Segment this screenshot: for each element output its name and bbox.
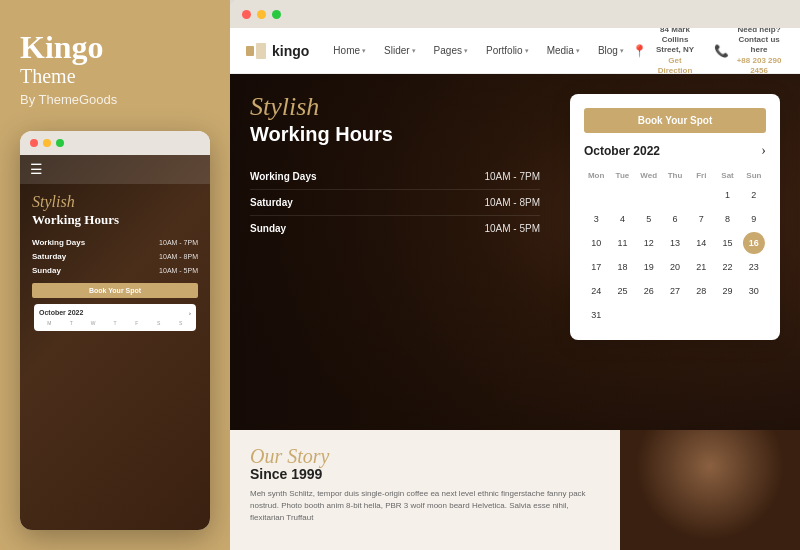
nav-link-portfolio[interactable]: Portfolio ▾ bbox=[478, 41, 537, 60]
nav-link-pages[interactable]: Pages ▾ bbox=[426, 41, 476, 60]
nav-logo: kingo bbox=[246, 43, 309, 59]
nav-address-line2: Get Direction bbox=[652, 56, 698, 77]
chevron-down-icon: ▾ bbox=[464, 47, 468, 55]
cal-day-5[interactable]: 5 bbox=[638, 208, 660, 230]
cal-day-31[interactable]: 31 bbox=[585, 304, 607, 326]
mini-cal-days: M T W T F S S bbox=[39, 320, 191, 326]
cal-header-sat: Sat bbox=[715, 169, 739, 182]
chevron-down-icon: ▾ bbox=[525, 47, 529, 55]
svg-rect-0 bbox=[246, 46, 254, 56]
cal-day-7[interactable]: 7 bbox=[690, 208, 712, 230]
hours-row-working-days: Working Days 10AM - 7PM bbox=[250, 164, 540, 190]
hours-time-sunday: 10AM - 5PM bbox=[484, 223, 540, 234]
mini-cal-day-sun: S bbox=[170, 320, 191, 326]
cal-day-empty bbox=[717, 304, 739, 326]
nav-link-blog[interactable]: Blog ▾ bbox=[590, 41, 632, 60]
mini-content: ☰ Stylish Working Hours Working Days 10A… bbox=[20, 155, 210, 530]
right-panel: kingo Home ▾ Slider ▾ Pages ▾ bbox=[230, 0, 800, 550]
cal-day-23[interactable]: 23 bbox=[743, 256, 765, 278]
cal-day-2[interactable]: 2 bbox=[743, 184, 765, 206]
cal-day-1[interactable]: 1 bbox=[717, 184, 739, 206]
cal-day-17[interactable]: 17 bbox=[585, 256, 607, 278]
nav-address: 📍 84 Mark Collins Street, NY Get Directi… bbox=[632, 28, 698, 76]
cal-header-wed: Wed bbox=[637, 169, 661, 182]
mini-time-1: 10AM - 7PM bbox=[159, 239, 198, 246]
cal-day-28[interactable]: 28 bbox=[690, 280, 712, 302]
nav-link-home[interactable]: Home ▾ bbox=[325, 41, 374, 60]
book-spot-button[interactable]: Book Your Spot bbox=[584, 108, 766, 133]
main-browser-bar bbox=[230, 0, 800, 28]
cal-day-empty bbox=[664, 184, 686, 206]
location-icon: 📍 bbox=[632, 44, 647, 58]
cal-day-4[interactable]: 4 bbox=[611, 208, 633, 230]
mini-time-3: 10AM - 5PM bbox=[159, 267, 198, 274]
hours-label-working-days: Working Days bbox=[250, 171, 317, 182]
cal-day-8[interactable]: 8 bbox=[717, 208, 739, 230]
cal-day-13[interactable]: 13 bbox=[664, 232, 686, 254]
nav-phone-line2: +88 203 290 2456 bbox=[734, 56, 784, 77]
cal-day-16-today[interactable]: 16 bbox=[743, 232, 765, 254]
nav-link-media[interactable]: Media ▾ bbox=[539, 41, 588, 60]
nav-link-media-label: Media bbox=[547, 45, 574, 56]
cal-day-11[interactable]: 11 bbox=[611, 232, 633, 254]
cal-day-20[interactable]: 20 bbox=[664, 256, 686, 278]
mini-hours-row-2: Saturday 10AM - 8PM bbox=[32, 252, 198, 261]
cal-day-6[interactable]: 6 bbox=[664, 208, 686, 230]
mini-stylish-text: Stylish bbox=[32, 194, 198, 210]
nav-phone-line1: Need help? Contact us here bbox=[734, 28, 784, 56]
mini-dot-red bbox=[30, 139, 38, 147]
nav-link-pages-label: Pages bbox=[434, 45, 462, 56]
mini-time-2: 10AM - 8PM bbox=[159, 253, 198, 260]
cal-day-19[interactable]: 19 bbox=[638, 256, 660, 278]
calendar-header: October 2022 › bbox=[584, 143, 766, 159]
calendar-popup: Book Your Spot October 2022 › Mon Tue We… bbox=[570, 94, 780, 340]
main-browser: kingo Home ▾ Slider ▾ Pages ▾ bbox=[230, 0, 800, 550]
cal-day-15[interactable]: 15 bbox=[717, 232, 739, 254]
cal-day-21[interactable]: 21 bbox=[690, 256, 712, 278]
logo-icon bbox=[246, 43, 266, 59]
hamburger-icon[interactable]: ☰ bbox=[30, 161, 43, 178]
cal-day-empty bbox=[690, 304, 712, 326]
mini-cal-day-fri: F bbox=[126, 320, 147, 326]
cal-header-mon: Mon bbox=[584, 169, 608, 182]
nav-phone-text: Need help? Contact us here +88 203 290 2… bbox=[734, 28, 784, 76]
cal-day-18[interactable]: 18 bbox=[611, 256, 633, 278]
brand-by: By ThemeGoods bbox=[20, 92, 210, 107]
hours-row-sunday: Sunday 10AM - 5PM bbox=[250, 216, 540, 241]
nav-link-slider[interactable]: Slider ▾ bbox=[376, 41, 424, 60]
mini-cal-day-wed: W bbox=[83, 320, 104, 326]
cal-day-26[interactable]: 26 bbox=[638, 280, 660, 302]
brand-subtitle: Theme bbox=[20, 65, 210, 88]
mini-working-hours-title: Working Hours bbox=[32, 212, 198, 228]
mini-dot-yellow bbox=[43, 139, 51, 147]
chevron-down-icon: ▾ bbox=[412, 47, 416, 55]
mini-cal-day-mon: M bbox=[39, 320, 60, 326]
cal-day-empty bbox=[638, 184, 660, 206]
hero-content: Stylish Working Hours Working Days 10AM … bbox=[230, 74, 800, 360]
mini-book-btn[interactable]: Book Your Spot bbox=[32, 283, 198, 298]
cal-day-25[interactable]: 25 bbox=[611, 280, 633, 302]
bottom-section: Our Story Since 1999 Meh synth Schlitz, … bbox=[230, 430, 800, 550]
brand-name: Kingo bbox=[20, 30, 210, 65]
chevron-down-icon: ▾ bbox=[362, 47, 366, 55]
cal-day-empty bbox=[743, 304, 765, 326]
cal-day-9[interactable]: 9 bbox=[743, 208, 765, 230]
cal-day-14[interactable]: 14 bbox=[690, 232, 712, 254]
cal-day-10[interactable]: 10 bbox=[585, 232, 607, 254]
nav-phone: 📞 Need help? Contact us here +88 203 290… bbox=[714, 28, 784, 76]
calendar-next-arrow[interactable]: › bbox=[761, 143, 766, 159]
cal-day-29[interactable]: 29 bbox=[717, 280, 739, 302]
cal-day-22[interactable]: 22 bbox=[717, 256, 739, 278]
mini-label-2: Saturday bbox=[32, 252, 66, 261]
hours-label-saturday: Saturday bbox=[250, 197, 293, 208]
cal-day-30[interactable]: 30 bbox=[743, 280, 765, 302]
nav-link-portfolio-label: Portfolio bbox=[486, 45, 523, 56]
mini-calendar: October 2022 › M T W T F S S bbox=[34, 304, 196, 331]
cal-day-12[interactable]: 12 bbox=[638, 232, 660, 254]
story-our-label: Our Story bbox=[250, 446, 600, 466]
mini-cal-arrow[interactable]: › bbox=[189, 309, 191, 317]
hours-time-working-days: 10AM - 7PM bbox=[484, 171, 540, 182]
cal-day-27[interactable]: 27 bbox=[664, 280, 686, 302]
cal-day-24[interactable]: 24 bbox=[585, 280, 607, 302]
cal-day-3[interactable]: 3 bbox=[585, 208, 607, 230]
